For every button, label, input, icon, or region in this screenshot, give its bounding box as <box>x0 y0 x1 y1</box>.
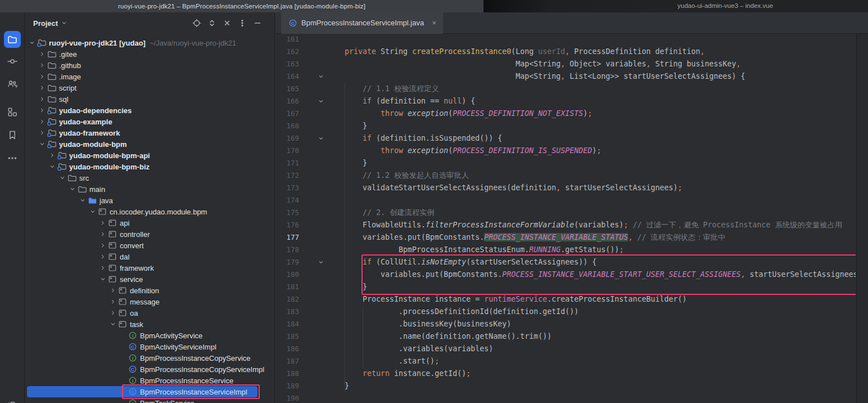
tree-item[interactable]: message <box>25 296 274 307</box>
tree-item[interactable]: main <box>25 183 274 195</box>
editor-tab[interactable]: C BpmProcessInstanceServiceImpl.java × <box>281 12 443 34</box>
tree-item[interactable]: .gitee <box>25 48 274 60</box>
chevron-down-icon[interactable] <box>61 20 67 26</box>
code-line[interactable]: 168 } <box>275 120 856 132</box>
chevron-right-icon[interactable] <box>98 241 107 250</box>
chevron-right-icon[interactable] <box>98 263 107 272</box>
chevron-down-icon[interactable] <box>38 140 47 149</box>
tree-item[interactable]: ruoyi-vue-pro-jdk21 [yudao]~/Java/ruoyi-… <box>25 37 274 48</box>
chevron-right-icon[interactable] <box>108 308 117 317</box>
tree-item[interactable]: cn.iocoder.yudao.module.bpm <box>25 206 274 217</box>
code-line[interactable]: 169 if (definition.isSuspended()) { <box>275 132 856 145</box>
chevron-down-icon[interactable] <box>88 207 97 216</box>
code-line[interactable]: 175 // 2. 创建流程实例 <box>275 207 856 219</box>
tree-item[interactable]: sql <box>25 93 274 105</box>
tree-item[interactable]: CBpmActivityServiceImpl <box>25 341 274 352</box>
project-panel-title[interactable]: Project <box>33 19 58 28</box>
code-line[interactable]: 164 Map<String, List<Long>> startUserSel… <box>275 70 856 83</box>
tree-item[interactable]: framework <box>25 262 274 274</box>
tree-item[interactable]: service <box>25 274 274 285</box>
code-line[interactable]: 162 private String createProcessInstance… <box>275 46 856 58</box>
tool-button-terminal-inout[interactable] <box>4 397 21 403</box>
tree-item[interactable]: .image <box>25 71 274 82</box>
fold-chevron-down-icon[interactable] <box>316 132 326 145</box>
chevron-right-icon[interactable] <box>48 151 57 160</box>
fold-chevron-down-icon[interactable] <box>316 70 326 83</box>
code-line[interactable]: 173 validateStartUserSelectAssignees(def… <box>275 182 856 194</box>
tree-item[interactable]: definition <box>25 285 274 296</box>
chevron-right-icon[interactable] <box>108 297 117 306</box>
chevron-down-icon[interactable] <box>108 320 117 329</box>
tree-item[interactable]: yudao-example <box>25 116 274 127</box>
fold-chevron-down-icon[interactable] <box>316 95 326 108</box>
code-line[interactable]: 167 throw exception(PROCESS_DEFINITION_N… <box>275 108 856 120</box>
chevron-right-icon[interactable] <box>98 252 107 261</box>
chevron-right-icon[interactable] <box>38 128 47 137</box>
expand-all-icon[interactable] <box>207 19 216 28</box>
code-editor[interactable]: 161162 private String createProcessInsta… <box>275 34 856 403</box>
chevron-down-icon[interactable] <box>28 38 37 47</box>
locate-icon[interactable] <box>192 19 201 28</box>
tree-item[interactable]: convert <box>25 240 274 251</box>
code-line[interactable]: 190 <box>275 392 856 403</box>
tree-item[interactable]: .github <box>25 60 274 71</box>
fold-chevron-down-icon[interactable] <box>316 256 326 268</box>
chevron-right-icon[interactable] <box>108 286 117 295</box>
more-vertical-icon[interactable] <box>238 19 247 28</box>
code-line[interactable]: 177 variables.put(BpmConstants.PROCESS_I… <box>275 231 856 244</box>
tree-item[interactable]: script <box>25 82 274 93</box>
tree-item[interactable]: api <box>25 217 274 229</box>
chevron-down-icon[interactable] <box>98 275 107 284</box>
code-line[interactable]: 185 .name(definition.getName().trim()) <box>275 330 856 343</box>
tool-button-pull-requests[interactable]: ? <box>4 75 21 92</box>
tool-button-commit[interactable] <box>4 53 21 70</box>
code-line[interactable]: 166 if (definition == null) { <box>275 95 856 108</box>
code-line[interactable]: 188 return instance.getId(); <box>275 368 856 380</box>
code-line[interactable]: 163 Map<String, Object> variables, Strin… <box>275 58 856 70</box>
tool-button-structure[interactable] <box>4 104 21 120</box>
chevron-down-icon[interactable] <box>48 162 57 171</box>
chevron-right-icon[interactable] <box>38 50 47 59</box>
tree-item[interactable]: IBpmActivityService <box>25 330 274 341</box>
tree-item[interactable]: controller <box>25 229 274 240</box>
chevron-right-icon[interactable] <box>38 61 47 70</box>
tree-item[interactable]: oa <box>25 307 274 319</box>
tree-item[interactable]: src <box>25 172 274 183</box>
tree-item[interactable]: yudao-dependencies <box>25 105 274 116</box>
chevron-down-icon[interactable] <box>78 196 87 205</box>
code-line[interactable]: 189 } <box>275 380 856 392</box>
chevron-right-icon[interactable] <box>38 72 47 81</box>
code-line[interactable]: 165 // 1.1 校验流程定义 <box>275 83 856 95</box>
code-line[interactable]: 172 // 1.2 校验发起人自选审批人 <box>275 169 856 182</box>
hide-icon[interactable] <box>253 19 262 28</box>
chevron-down-icon[interactable] <box>68 185 77 194</box>
tool-button-more-tools[interactable] <box>4 150 21 167</box>
chevron-right-icon[interactable] <box>38 83 47 92</box>
tree-item[interactable]: CBpmProcessInstanceCopyServiceImpl <box>25 364 274 375</box>
chevron-right-icon[interactable] <box>38 106 47 115</box>
tool-button-bookmarks[interactable] <box>4 127 21 144</box>
tree-item[interactable]: IBpmProcessInstanceCopyService <box>25 352 274 364</box>
chevron-right-icon[interactable] <box>38 117 47 126</box>
code-line[interactable]: 174 <box>275 194 856 207</box>
tree-item[interactable]: yudao-framework <box>25 127 274 138</box>
chevron-right-icon[interactable] <box>98 230 107 239</box>
code-line[interactable]: 170 throw exception(PROCESS_DEFINITION_I… <box>275 145 856 157</box>
tree-item[interactable]: java <box>25 195 274 206</box>
code-line[interactable]: 183 .processDefinitionId(definition.getI… <box>275 306 856 318</box>
code-line[interactable]: 182 ProcessInstance instance = runtimeSe… <box>275 293 856 306</box>
tool-button-project-folder[interactable] <box>4 31 21 48</box>
tab-close-icon[interactable]: × <box>431 19 437 27</box>
code-line[interactable]: 176 FlowableUtils.filterProcessInstanceF… <box>275 219 856 231</box>
background-window-titlebar[interactable]: yudao-ui-admin-vue3 – index.vue <box>483 0 868 12</box>
tree-item[interactable]: CBpmProcessInstanceServiceImpl <box>25 386 274 397</box>
tree-item[interactable]: yudao-module-bpm <box>25 138 274 150</box>
code-line[interactable]: 184 .businessKey(businessKey) <box>275 318 856 330</box>
chevron-right-icon[interactable] <box>98 218 107 227</box>
code-line[interactable]: 161 <box>275 34 856 46</box>
tree-item[interactable]: yudao-module-bpm-api <box>25 150 274 161</box>
code-line[interactable]: 186 .variables(variables) <box>275 343 856 355</box>
front-window-titlebar[interactable]: ruoyi-vue-pro-jdk21 – BpmProcessInstance… <box>0 0 483 12</box>
chevron-down-icon[interactable] <box>58 173 67 182</box>
tree-item[interactable]: yudao-module-bpm-biz <box>25 161 274 172</box>
